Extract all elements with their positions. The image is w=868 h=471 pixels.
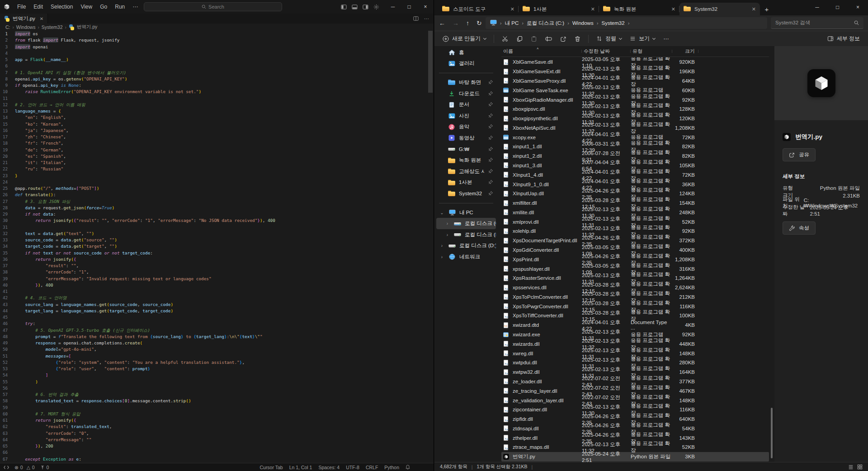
sidebar-item-System32[interactable]: System32 <box>436 188 496 199</box>
paste-button[interactable] <box>527 33 541 44</box>
remote-indicator-icon[interactable] <box>4 465 9 470</box>
sidebar-item-사진[interactable]: 사진 <box>436 110 496 122</box>
explorer-tab-녹화 원본[interactable]: 녹화 원본✕ <box>599 3 679 15</box>
ports-indicator[interactable]: 0 <box>40 465 49 470</box>
share-file-button[interactable]: 공유 <box>783 148 816 161</box>
tab-close-icon[interactable]: ✕ <box>40 16 43 21</box>
status-item[interactable]: UTF-8 <box>346 465 359 470</box>
menu-item-file[interactable]: File <box>14 2 29 11</box>
editor-scrollbar[interactable] <box>428 31 433 93</box>
tab-close-icon[interactable]: ✕ <box>591 6 595 12</box>
forward-icon[interactable]: → <box>453 19 459 27</box>
status-item[interactable]: Spaces: 4 <box>318 465 340 470</box>
editor-tab[interactable]: 번역기.py ✕ <box>0 14 48 24</box>
file-row[interactable]: XboxNetApiSvc.dll2025-02-13 오후 11:32응용 프… <box>501 123 769 132</box>
breadcrumb-file[interactable]: 번역기.py <box>77 24 98 30</box>
up-icon[interactable]: ↑ <box>466 19 469 27</box>
problems-indicator[interactable]: ⊗0 △0 <box>14 465 35 470</box>
split-editor-icon[interactable] <box>413 16 419 21</box>
sidebar-item-갤러리[interactable]: 갤러리 <box>436 58 496 70</box>
tab-close-icon[interactable]: ✕ <box>752 6 756 12</box>
minimize-button[interactable]: ─ <box>385 0 401 14</box>
sidebar-item-내-PC[interactable]: ⌄내 PC <box>436 207 496 218</box>
explorer-search-input[interactable]: System32 검색 <box>771 17 863 29</box>
breadcrumb-segment[interactable]: Windows <box>572 20 594 26</box>
minimize-button[interactable]: ─ <box>807 0 827 14</box>
menu-item-edit[interactable]: Edit <box>30 2 47 11</box>
more-actions-icon[interactable]: ⋯ <box>424 16 429 22</box>
thumbnail-view-icon[interactable] <box>857 464 863 470</box>
explorer-tab-System32[interactable]: System32✕ <box>679 3 760 15</box>
chevron-icon[interactable]: › <box>444 221 450 226</box>
status-item[interactable]: CRLF <box>366 465 378 470</box>
file-row[interactable]: XpsToTiffConverter.dll2025-03-28 오후 12:1… <box>501 311 769 320</box>
more-button[interactable]: ⋯ <box>660 33 672 44</box>
tab-close-icon[interactable]: ✕ <box>671 6 675 12</box>
chevron-icon[interactable]: › <box>444 232 450 237</box>
maximize-button[interactable]: □ <box>827 0 848 14</box>
sidebar-item-동영상[interactable]: 동영상 <box>436 132 496 144</box>
close-button[interactable]: × <box>848 0 868 14</box>
breadcrumb-segment[interactable]: Windows <box>16 24 36 30</box>
close-button[interactable]: × <box>417 0 434 14</box>
file-row[interactable]: 번역기.py2025-05-24 오후 2:51Python 원본 파일3KB <box>501 452 769 462</box>
sidebar-item-음악[interactable]: 음악 <box>436 122 496 133</box>
breadcrumb-segment[interactable]: System32 <box>602 20 625 26</box>
details-view-icon[interactable] <box>848 464 854 470</box>
menu-item-go[interactable]: Go <box>96 2 111 11</box>
sidebar-item-다운로드[interactable]: 다운로드 <box>436 88 496 99</box>
status-item[interactable]: Cursor Tab <box>259 465 283 470</box>
breadcrumb-segment[interactable]: System32 <box>42 24 63 30</box>
copy-button[interactable] <box>513 33 526 44</box>
maximize-button[interactable]: □ <box>401 0 417 14</box>
code-editor[interactable]: 1import os2from flask import Flask, requ… <box>0 31 434 463</box>
menu-item-selection[interactable]: Selection <box>47 2 76 11</box>
sort-button[interactable]: 정렬 <box>593 33 625 45</box>
chevron-icon[interactable]: › <box>439 243 445 248</box>
list-scrollbar[interactable] <box>769 46 774 462</box>
explorer-tab-스포이드 도구[interactable]: 스포이드 도구✕ <box>438 3 519 15</box>
file-row[interactable]: XblGameSaveProxy.dll2024-04-01 오후 4:22응용… <box>501 76 769 86</box>
tab-close-icon[interactable]: ✕ <box>510 6 514 12</box>
back-icon[interactable]: ← <box>439 19 445 27</box>
sidebar-item-로컬-디스크-(D:)[interactable]: ›로컬 디스크 (D:) <box>436 240 496 252</box>
sidebar-item-네트워크[interactable]: ›네트워크 <box>436 251 496 263</box>
chevron-icon[interactable]: ⌄ <box>439 210 445 215</box>
column-header-date[interactable]: 수정한 날짜 <box>582 48 631 55</box>
properties-button[interactable]: 속성 <box>783 221 816 235</box>
gear-icon[interactable] <box>373 4 379 10</box>
menu-item-run[interactable]: Run <box>111 2 128 11</box>
sidebar-item-바탕-화면[interactable]: 바탕 화면 <box>436 77 496 88</box>
delete-button[interactable] <box>571 33 584 44</box>
search-input[interactable]: Search <box>144 2 282 11</box>
panel-left-icon[interactable] <box>341 4 347 10</box>
file-row[interactable]: ztrace_maps.dll2025-02-13 오후 11:32응용 프로그… <box>501 443 769 452</box>
sidebar-item-G:₩[interactable]: G:₩ <box>436 144 496 155</box>
address-breadcrumb[interactable]: ›내 PC›로컬 디스크 (C:)›Windows›System32› <box>486 17 767 29</box>
panel-right-icon[interactable] <box>363 4 368 10</box>
explorer-tab-1사본[interactable]: 1사본✕ <box>519 3 599 15</box>
column-header-name[interactable]: 이름˄ <box>501 48 582 55</box>
sidebar-item-로컬-디스크-(D:)[interactable]: ›로컬 디스크 (D:) <box>436 229 496 240</box>
scrollbar-thumb[interactable] <box>771 408 773 458</box>
breadcrumb-segment[interactable]: 로컬 디스크 (C:) <box>527 20 564 27</box>
menu-item-⋯[interactable]: ⋯ <box>129 2 142 11</box>
sidebar-item-로컬-디스크-(C:)[interactable]: ›로컬 디스크 (C:) <box>436 218 496 229</box>
breadcrumb-segment[interactable]: C: <box>5 24 10 30</box>
share-button[interactable] <box>557 33 570 44</box>
new-button[interactable]: 새로 만들기 <box>439 33 490 45</box>
sidebar-item-홈[interactable]: 홈 <box>436 47 496 58</box>
cut-button[interactable] <box>498 33 512 44</box>
sidebar-item-녹화-원본[interactable]: 녹화 원본 <box>436 155 496 166</box>
sidebar-item-1사본[interactable]: 1사본 <box>436 177 496 188</box>
rename-button[interactable] <box>542 33 556 44</box>
panel-bottom-icon[interactable] <box>352 4 358 10</box>
column-header-size[interactable]: 크기 <box>672 48 698 55</box>
sidebar-item-문서[interactable]: 문서 <box>436 99 496 110</box>
details-pane-toggle[interactable]: 세부 정보 <box>824 33 863 45</box>
breadcrumb-segment[interactable]: 내 PC <box>505 20 519 27</box>
chevron-icon[interactable]: › <box>439 254 445 259</box>
view-button[interactable]: 보기 <box>626 33 659 45</box>
sidebar-item-고해상도-사진[interactable]: 고해상도 사진 <box>436 166 496 177</box>
menu-item-view[interactable]: View <box>77 2 96 11</box>
